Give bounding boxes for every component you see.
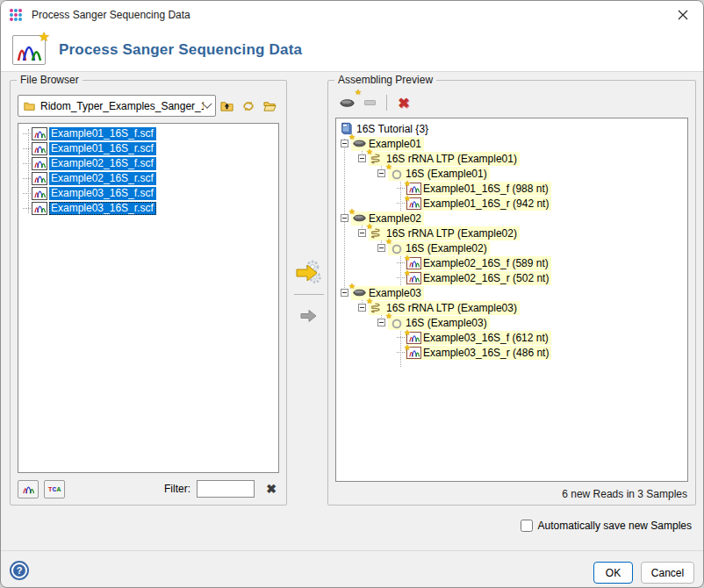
chromatogram-file-icon (32, 172, 47, 185)
help-icon: ? (13, 564, 25, 577)
folder-up-button[interactable] (216, 96, 238, 117)
read-icon (406, 347, 421, 359)
open-folder-button[interactable] (259, 96, 281, 117)
footer-divider (1, 550, 703, 551)
read-icon (406, 272, 421, 284)
minus-icon (364, 100, 376, 105)
toolbar-separator (386, 95, 387, 111)
read-icon (406, 197, 421, 210)
sample-node[interactable]: Example03 (339, 285, 687, 300)
refresh-icon (241, 99, 255, 113)
assembling-preview-label: Assembling Preview (334, 74, 436, 86)
title-bar: Process Sanger Sequencing Data (1, 1, 703, 29)
divider (294, 294, 324, 295)
locus-node[interactable]: 16S (Example02) (377, 240, 687, 255)
sample-node[interactable]: Example01 (339, 136, 687, 151)
move-files-button[interactable] (292, 300, 326, 332)
sample-icon (352, 286, 367, 299)
locus-node[interactable]: 16S (Example01) (377, 166, 687, 181)
read-node[interactable]: Example02_16S_r (502 nt) (397, 270, 687, 285)
collapse-toggle[interactable] (341, 140, 348, 147)
delete-button[interactable] (392, 92, 415, 113)
clear-filter-button[interactable] (263, 481, 279, 497)
close-icon (678, 10, 688, 20)
autosave-checkbox[interactable] (521, 520, 533, 532)
file-row[interactable]: Example02_16S_r.scf (18, 171, 278, 186)
read-icon (406, 183, 421, 195)
chromatogram-file-icon (32, 157, 47, 170)
close-button[interactable] (663, 1, 703, 29)
folder-open-icon (262, 99, 277, 112)
chromatogram-file-icon (32, 127, 47, 140)
cancel-button[interactable]: Cancel (641, 562, 694, 584)
assembling-preview-panel: Assembling Preview (327, 80, 696, 506)
autosave-label: Automatically save new Samples (538, 520, 692, 532)
tca-icon: TCA (48, 485, 61, 493)
process-files-button[interactable] (292, 257, 326, 289)
process-sanger-dialog: Process Sanger Sequencing Data Process S… (0, 0, 704, 588)
folder-icon (23, 100, 36, 111)
remove-button[interactable] (358, 92, 381, 113)
file-list[interactable]: Example01_16S_f.scf Example01_16S_r.scf … (18, 123, 279, 473)
status-text: 6 new Reads in 3 Samples (562, 488, 687, 500)
directory-path: Ridom_Typer_Examples_Sanger_16S/ (40, 100, 204, 112)
file-row[interactable]: Example02_16S_f.scf (18, 156, 278, 171)
read-icon (406, 257, 421, 269)
collapse-toggle[interactable] (341, 214, 348, 222)
collapse-toggle[interactable] (341, 289, 348, 297)
collapse-toggle[interactable] (377, 169, 385, 177)
task-template-icon (370, 301, 384, 314)
collapse-toggle[interactable] (377, 319, 385, 326)
chromatogram-file-icon (32, 202, 47, 215)
file-row[interactable]: Example03_16S_f.scf (18, 186, 278, 201)
trace-view-toggle[interactable] (18, 480, 39, 498)
task-template-node[interactable]: 16S rRNA LTP (Example02) (358, 226, 687, 240)
autosave-option[interactable]: Automatically save new Samples (521, 520, 692, 532)
gray-arrow-icon (299, 307, 319, 325)
locus-ring-icon (389, 167, 404, 180)
file-browser-panel: File Browser Ridom_Typer_Examples_Sanger… (10, 80, 287, 506)
tree-guide-line (28, 129, 29, 213)
collapse-toggle[interactable] (358, 304, 366, 312)
locus-node[interactable]: 16S (Example03) (377, 315, 687, 330)
assembly-tree[interactable]: 16S Tutorial {3} Example01 16S rRNA LTP … (335, 118, 688, 482)
folder-up-icon (219, 99, 234, 112)
refresh-button[interactable] (238, 96, 260, 117)
chromatogram-file-icon (32, 187, 47, 200)
task-template-node[interactable]: 16S rRNA LTP (Example01) (358, 151, 687, 166)
sample-icon (352, 212, 367, 225)
file-row[interactable]: Example03_16S_r.scf (18, 201, 278, 216)
task-template-icon (370, 226, 384, 240)
read-node[interactable]: Example01_16S_f (988 nt) (397, 181, 687, 196)
locus-ring-icon (389, 241, 404, 255)
task-template-node[interactable]: 16S rRNA LTP (Example03) (358, 300, 687, 315)
read-node[interactable]: Example02_16S_f (589 nt) (397, 255, 687, 270)
file-row[interactable]: Example01_16S_f.scf (18, 126, 278, 141)
chromatogram-icon (22, 484, 35, 495)
directory-combobox[interactable]: Ridom_Typer_Examples_Sanger_16S/ (18, 95, 216, 117)
chromatogram-star-icon (12, 35, 46, 65)
file-browser-label: File Browser (17, 74, 83, 86)
filter-label: Filter: (164, 483, 190, 495)
collapse-toggle[interactable] (358, 154, 366, 162)
read-node[interactable]: Example03_16S_f (612 nt) (397, 330, 687, 345)
filter-input[interactable] (197, 480, 255, 498)
collapse-toggle[interactable] (358, 229, 366, 237)
sample-block: Example01 16S rRNA LTP (Example01) 16S (… (339, 136, 687, 211)
file-row[interactable]: Example01_16S_r.scf (18, 141, 278, 156)
page-title: Process Sanger Sequencing Data (59, 41, 302, 59)
sample-node[interactable]: Example02 (339, 211, 687, 226)
read-icon (406, 332, 421, 344)
sample-icon (352, 137, 367, 150)
read-node[interactable]: Example03_16S_r (486 nt) (397, 345, 687, 360)
task-template-icon (370, 152, 384, 165)
project-node[interactable]: 16S Tutorial {3} (339, 121, 687, 136)
add-sample-button[interactable] (335, 92, 358, 113)
help-button[interactable]: ? (10, 561, 29, 580)
ok-button[interactable]: OK (593, 562, 633, 584)
read-node[interactable]: Example01_16S_r (942 nt) (397, 196, 687, 211)
chevron-down-icon (202, 98, 212, 108)
collapse-toggle[interactable] (377, 244, 385, 252)
sequence-text-toggle[interactable]: TCA (44, 480, 65, 498)
window-title: Process Sanger Sequencing Data (32, 9, 190, 21)
